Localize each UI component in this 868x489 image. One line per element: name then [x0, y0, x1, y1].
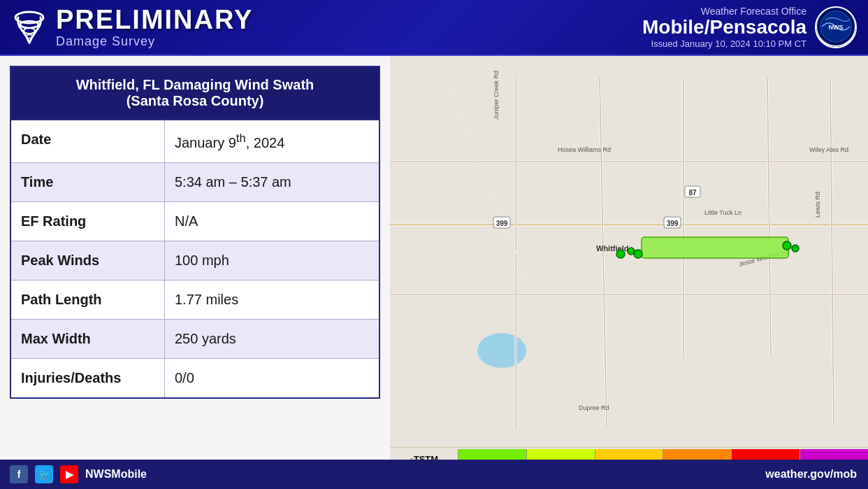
- table-row: Time5:34 am – 5:37 am: [11, 163, 379, 202]
- table-title-line1: Whitfield, FL Damaging Wind Swath: [76, 77, 314, 92]
- website-text: weather.gov/mob: [765, 468, 857, 481]
- facebook-icon[interactable]: f: [10, 465, 28, 483]
- row-label-path-length: Path Length: [11, 281, 165, 319]
- social-bar: f 🐦 ▶ NWSMobile: [0, 460, 390, 489]
- table-title: Whitfield, FL Damaging Wind Swath (Santa…: [11, 67, 379, 120]
- svg-point-46: [783, 241, 791, 250]
- row-value-peak-winds: 100 mph: [165, 241, 379, 280]
- table-row: Max Width250 yards: [11, 320, 379, 359]
- svg-point-47: [792, 245, 799, 252]
- header-left: PRELIMINARY Damage Survey: [11, 6, 253, 49]
- svg-text:399: 399: [667, 220, 679, 227]
- row-value-date: January 9th, 2024: [165, 120, 379, 162]
- row-value-injuries-deaths: 0/0: [165, 359, 379, 397]
- svg-text:Little Tuck Ln: Little Tuck Ln: [704, 209, 742, 216]
- svg-text:399: 399: [496, 220, 508, 227]
- svg-text:87: 87: [688, 189, 697, 197]
- row-label-peak-winds: Peak Winds: [11, 241, 165, 280]
- lower-section: f 🐦 ▶ NWSMobile weather.gov/mob: [0, 460, 868, 489]
- svg-text:Dupree Rd: Dupree Rd: [579, 404, 609, 411]
- wfo-block: Weather Forecast Office Mobile/Pensacola…: [642, 6, 806, 49]
- twitter-icon[interactable]: 🐦: [35, 465, 53, 483]
- table-row: Peak Winds100 mph: [11, 241, 379, 281]
- map-panel: Hosea Williams Rd Wiley Ates Rd Little T…: [390, 56, 868, 489]
- svg-text:Wiley Ates Rd: Wiley Ates Rd: [809, 146, 848, 153]
- svg-text:Juniper Creek Rd: Juniper Creek Rd: [493, 71, 500, 120]
- wfo-name: Mobile/Pensacola: [642, 17, 806, 38]
- row-label-date: Date: [11, 120, 165, 162]
- row-value-path-length: 1.77 miles: [165, 281, 379, 319]
- nws-logo-inner: NWS: [815, 6, 857, 48]
- wfo-label: Weather Forecast Office: [701, 6, 806, 17]
- row-label-time: Time: [11, 163, 165, 201]
- nws-logo: NWS: [815, 6, 857, 48]
- issued-text: Issued January 10, 2024 10:10 PM CT: [651, 38, 806, 49]
- table-row: Injuries/Deaths0/0: [11, 359, 379, 397]
- damage-survey-label: Damage Survey: [56, 34, 253, 49]
- table-rows: DateJanuary 9th, 2024Time5:34 am – 5:37 …: [11, 120, 379, 397]
- table-row: Path Length1.77 miles: [11, 281, 379, 320]
- nws-handle: NWSMobile: [85, 468, 147, 481]
- table-row: EF RatingN/A: [11, 202, 379, 241]
- svg-point-44: [634, 250, 642, 258]
- header-title-block: PRELIMINARY Damage Survey: [56, 6, 253, 49]
- svg-point-3: [27, 35, 32, 38]
- row-label-injuries-deaths: Injuries/Deaths: [11, 359, 165, 397]
- row-label-max-width: Max Width: [11, 320, 165, 358]
- data-table-wrapper: Whitfield, FL Damaging Wind Swath (Santa…: [10, 66, 380, 399]
- svg-rect-8: [390, 78, 868, 467]
- map-svg: Hosea Williams Rd Wiley Ates Rd Little T…: [390, 56, 868, 489]
- header: PRELIMINARY Damage Survey Weather Foreca…: [0, 0, 868, 56]
- svg-text:Hosea Williams Rd: Hosea Williams Rd: [558, 146, 611, 153]
- svg-point-43: [616, 250, 625, 258]
- tornado-icon: [11, 9, 48, 45]
- left-panel: Whitfield, FL Damaging Wind Swath (Santa…: [0, 56, 390, 489]
- youtube-icon[interactable]: ▶: [60, 465, 78, 483]
- preliminary-label: PRELIMINARY: [56, 6, 253, 33]
- website-bar: weather.gov/mob: [390, 460, 868, 489]
- svg-text:Lewis Rd: Lewis Rd: [814, 192, 821, 218]
- row-value-ef-rating: N/A: [165, 202, 379, 241]
- row-label-ef-rating: EF Rating: [11, 202, 165, 241]
- main-content: Whitfield, FL Damaging Wind Swath (Santa…: [0, 56, 868, 489]
- row-value-time: 5:34 am – 5:37 am: [165, 163, 379, 201]
- svg-point-9: [477, 333, 526, 368]
- svg-point-45: [628, 248, 635, 255]
- row-value-max-width: 250 yards: [165, 320, 379, 358]
- svg-text:NWS: NWS: [829, 24, 844, 31]
- svg-rect-42: [642, 237, 788, 258]
- table-row: DateJanuary 9th, 2024: [11, 120, 379, 163]
- header-right: Weather Forecast Office Mobile/Pensacola…: [642, 6, 857, 49]
- table-title-line2: (Santa Rosa County): [126, 93, 264, 108]
